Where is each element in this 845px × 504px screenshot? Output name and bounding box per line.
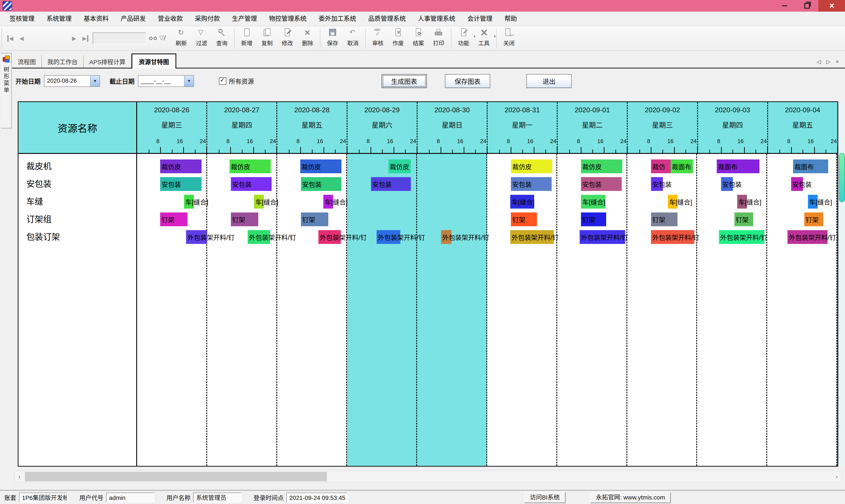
vertical-scrollbar-thumb[interactable] bbox=[839, 153, 845, 202]
tab-scroll-left-icon[interactable]: ◁ bbox=[817, 58, 821, 65]
gantt-bar[interactable]: 安包装 bbox=[371, 177, 411, 191]
menu-item-会计管理[interactable]: 会计管理 bbox=[461, 12, 498, 26]
menu-item-签核管理[interactable]: 签核管理 bbox=[3, 12, 40, 26]
gantt-bar[interactable]: 裁面布 bbox=[717, 159, 759, 173]
gantt-bar[interactable]: 外包装架开料/钉 bbox=[318, 230, 341, 244]
save-button[interactable]: 保存 bbox=[322, 27, 343, 47]
restore-button[interactable] bbox=[796, 0, 818, 12]
gantt-bar[interactable]: 安包装 bbox=[160, 177, 201, 191]
menu-item-帮助[interactable]: 帮助 bbox=[498, 12, 523, 26]
delete-button[interactable]: 删除 bbox=[298, 27, 318, 47]
gantt-bar[interactable]: 钉架 bbox=[581, 213, 606, 226]
search-input[interactable] bbox=[93, 33, 146, 44]
gantt-bar[interactable]: 裁仿皮 bbox=[160, 159, 201, 173]
side-tab-tree-menu[interactable]: 树形菜单 bbox=[1, 53, 12, 128]
gantt-bar[interactable]: 裁仿皮 bbox=[300, 159, 342, 173]
menu-item-系统管理[interactable]: 系统管理 bbox=[40, 12, 77, 26]
audit-button[interactable]: 审核 bbox=[368, 27, 388, 47]
gantt-bar[interactable]: 钉架 bbox=[511, 213, 537, 226]
gantt-bar[interactable]: 车[缝合] bbox=[184, 195, 194, 209]
refresh-button[interactable]: 刷新 bbox=[171, 27, 191, 47]
gantt-bar[interactable]: 钉架 bbox=[651, 213, 677, 226]
gantt-bar[interactable]: 钉架 bbox=[160, 213, 188, 226]
tab-APS排程计算[interactable]: APS排程计算 bbox=[84, 55, 131, 68]
chevron-down-icon[interactable]: ▼ bbox=[184, 76, 194, 86]
gantt-bar[interactable]: 安包装 bbox=[651, 177, 663, 191]
gantt-bar[interactable]: 裁面布 bbox=[793, 159, 828, 173]
gantt-bar[interactable]: 车[缝合] bbox=[737, 195, 747, 209]
save-chart-button[interactable]: 保存图表 bbox=[445, 74, 490, 88]
gantt-bar[interactable]: 裁面布 bbox=[671, 159, 693, 173]
menu-item-物控管理系统[interactable]: 物控管理系统 bbox=[263, 12, 313, 26]
gantt-bar[interactable]: 外包装架开料/钉 bbox=[441, 230, 452, 244]
print-button[interactable]: 打印 bbox=[428, 27, 449, 47]
copy-button[interactable]: 复制 bbox=[257, 27, 277, 47]
official-site-button[interactable]: 永拓官网: www.ytmis.com bbox=[591, 492, 671, 503]
new-button[interactable]: 新增 bbox=[237, 27, 257, 47]
menu-item-生产管理[interactable]: 生产管理 bbox=[226, 12, 263, 26]
gantt-bar[interactable]: 外包装架开料/钉 bbox=[788, 230, 827, 244]
gantt-bar[interactable]: 钉架 bbox=[735, 213, 753, 226]
gantt-bar[interactable]: 安包装 bbox=[231, 177, 271, 191]
tab-scroll-right-icon[interactable]: ▷ bbox=[826, 58, 830, 65]
gantt-bar[interactable]: 钉架 bbox=[804, 213, 823, 226]
quick-filter-icon[interactable] bbox=[158, 34, 168, 43]
gantt-bar[interactable]: 安包装 bbox=[301, 177, 341, 191]
filter-button[interactable]: 过滤 bbox=[191, 27, 212, 47]
start-date-combobox[interactable]: 2020-08-26 ▼ bbox=[44, 75, 100, 87]
void-button[interactable]: 作废 bbox=[388, 27, 408, 47]
closewin-button[interactable]: 关闭 bbox=[499, 27, 519, 47]
dropdown-arrow-icon[interactable]: ▾ bbox=[494, 34, 496, 39]
function-button[interactable]: 功能▾ bbox=[454, 27, 474, 47]
vertical-scrollbar[interactable] bbox=[838, 102, 845, 466]
gantt-bar[interactable]: 钉架 bbox=[231, 213, 258, 226]
minimize-button[interactable] bbox=[773, 0, 796, 12]
gantt-bar[interactable]: 车[缝合] bbox=[510, 195, 534, 209]
previous-record-button[interactable]: ◀ bbox=[16, 33, 27, 44]
bi-system-button[interactable]: 访问BI系统 bbox=[524, 492, 565, 503]
gantt-bar[interactable]: 外包装架开料/钉 bbox=[719, 230, 764, 244]
menu-item-采购付款[interactable]: 采购付款 bbox=[189, 12, 226, 26]
horizontal-scrollbar[interactable]: ‹ › bbox=[14, 471, 842, 483]
gantt-bar[interactable]: 车[缝合] bbox=[323, 195, 333, 209]
generate-chart-button[interactable]: 生成图表 bbox=[382, 74, 427, 88]
toolbar-grip[interactable] bbox=[1, 29, 2, 48]
first-record-button[interactable]: ◀ bbox=[5, 33, 16, 44]
gantt-bar[interactable]: 外包装架开料/钉 bbox=[248, 230, 270, 244]
gantt-bar[interactable]: 安包装 bbox=[721, 177, 733, 191]
all-resources-checkbox[interactable] bbox=[219, 77, 226, 85]
last-record-button[interactable]: ▶ bbox=[80, 33, 91, 44]
scroll-left-icon[interactable]: ‹ bbox=[15, 473, 24, 480]
gantt-bar[interactable]: 裁仿 bbox=[651, 159, 671, 173]
close-button[interactable] bbox=[818, 0, 845, 12]
gantt-bar[interactable]: 外包装架开料/钉 bbox=[186, 230, 207, 244]
gantt-bar[interactable]: 外包装架开料/钉 bbox=[580, 230, 625, 244]
menu-item-人事管理系统[interactable]: 人事管理系统 bbox=[412, 12, 461, 26]
gantt-bar[interactable]: 安包装 bbox=[581, 177, 621, 191]
menu-item-品质管理系统[interactable]: 品质管理系统 bbox=[362, 12, 412, 26]
tab-资源甘特图[interactable]: 资源甘特图 bbox=[131, 53, 176, 69]
gantt-bar[interactable]: 裁仿皮 bbox=[388, 159, 411, 173]
next-record-button[interactable]: ▶ bbox=[69, 33, 80, 44]
exit-button[interactable]: 退出 bbox=[526, 74, 572, 88]
gantt-bar[interactable]: 外包装架开料/钉 bbox=[376, 230, 400, 244]
gantt-bar[interactable]: 外包装架开料/钉 bbox=[651, 230, 694, 244]
closecase-button[interactable]: 结案 bbox=[408, 27, 428, 47]
menu-item-基本资料[interactable]: 基本资料 bbox=[77, 12, 115, 26]
gantt-bar[interactable]: 车[缝合] bbox=[808, 195, 817, 209]
gantt-bar[interactable]: 车[缝合] bbox=[668, 195, 677, 209]
find-icon[interactable] bbox=[149, 34, 158, 43]
gantt-bar[interactable]: 裁仿皮 bbox=[581, 159, 622, 173]
gantt-bar[interactable]: 车[缝合] bbox=[254, 195, 264, 209]
chevron-down-icon[interactable]: ▼ bbox=[90, 76, 100, 86]
query-button[interactable]: 查询 bbox=[212, 27, 232, 47]
menu-item-委外加工系统[interactable]: 委外加工系统 bbox=[313, 12, 362, 26]
gantt-bar[interactable]: 裁仿皮 bbox=[230, 159, 271, 173]
gantt-bar[interactable]: 安包装 bbox=[791, 177, 803, 191]
scroll-right-icon[interactable]: › bbox=[832, 473, 842, 480]
tab-我的工作台[interactable]: 我的工作台 bbox=[42, 55, 84, 68]
cancel-button[interactable]: 取消 bbox=[343, 27, 363, 47]
gantt-bar[interactable]: 钉架 bbox=[301, 213, 328, 226]
tab-流程图[interactable]: 流程图 bbox=[12, 55, 42, 68]
gantt-bar[interactable]: 裁仿皮 bbox=[511, 159, 552, 173]
